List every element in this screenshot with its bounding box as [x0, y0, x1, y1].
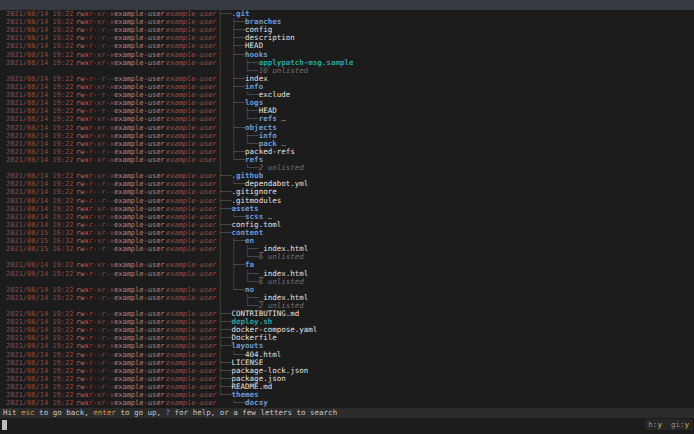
- tree-row[interactable]: 2021/08/14 19:22rw-r--r--example-userexa…: [0, 294, 694, 302]
- tree-node-name[interactable]: LICENSE: [232, 359, 264, 367]
- tree-row[interactable]: 2021/08/14 19:22rwxr-xr-xexample-userexa…: [0, 83, 694, 91]
- tree-node-name[interactable]: objects: [245, 124, 277, 132]
- tree-node-name[interactable]: branches: [245, 18, 281, 26]
- tree-row[interactable]: │ │ └──6 unlisted: [0, 253, 694, 261]
- tree-row[interactable]: 2021/08/14 19:22rwxr-xr-xexample-userexa…: [0, 342, 694, 350]
- tree-row[interactable]: 2021/08/14 19:22rwxr-xr-xexample-userexa…: [0, 399, 694, 407]
- tree-row[interactable]: 2021/08/14 19:22rw-r--r--example-userexa…: [0, 334, 694, 342]
- tree-node-name[interactable]: logs: [245, 99, 263, 107]
- tree-row[interactable]: 2021/08/14 19:22rw-r--r--example-userexa…: [0, 351, 694, 359]
- tree-node-name[interactable]: layouts: [232, 342, 264, 350]
- tree-row[interactable]: 2021/08/15 16:32rw-r--r--example-userexa…: [0, 245, 694, 253]
- tree-node-name[interactable]: description: [245, 34, 295, 42]
- tree-node-name[interactable]: README.md: [232, 383, 273, 391]
- tree-row[interactable]: 2021/08/14 19:22rwxr-xr-xexample-userexa…: [0, 124, 694, 132]
- tree-node-name[interactable]: docsy: [245, 399, 268, 407]
- tree-row[interactable]: 2021/08/15 16:32rwxr-xr-xexample-userexa…: [0, 237, 694, 245]
- tree-node-name[interactable]: packed-refs: [245, 148, 295, 156]
- tree-row[interactable]: 2021/08/14 19:22rwxr-xr-xexample-userexa…: [0, 213, 694, 221]
- tree-row[interactable]: 2021/08/14 19:22rw-r--r--example-userexa…: [0, 197, 694, 205]
- tree-row[interactable]: 2021/08/14 19:22rwxr-xr-xexample-userexa…: [0, 318, 694, 326]
- tree-row[interactable]: 2021/08/14 19:22rw-r--r--example-userexa…: [0, 367, 694, 375]
- tree-node-name[interactable]: package.json: [232, 375, 286, 383]
- tree-row[interactable]: 2021/08/14 19:22rw-r--r--example-userexa…: [0, 180, 694, 188]
- tree-row[interactable]: 2021/08/14 19:22rwxr-xr-xexample-userexa…: [0, 172, 694, 180]
- file-group: example-user: [166, 286, 218, 294]
- file-owner: example-user: [114, 391, 166, 399]
- tree-row[interactable]: 2021/08/14 19:22rw-r--r--example-userexa…: [0, 91, 694, 99]
- tree-row[interactable]: 2021/08/14 19:22rw-r--r--example-userexa…: [0, 42, 694, 50]
- tree-node-name[interactable]: en: [245, 237, 254, 245]
- tree-row[interactable]: 2021/08/14 19:22rwxr-xr-xexample-userexa…: [0, 10, 694, 18]
- tree-node-name[interactable]: deploy.sh: [232, 318, 273, 326]
- tree-node-name[interactable]: content: [232, 229, 264, 237]
- tree-node-name[interactable]: docker-compose.yaml: [232, 326, 318, 334]
- tree-row[interactable]: 2021/08/14 19:22rwxr-xr-xexample-userexa…: [0, 99, 694, 107]
- tree-node-name[interactable]: assets: [232, 205, 259, 213]
- tree-node-name[interactable]: _index.html: [259, 270, 309, 278]
- tree-row[interactable]: 2021/08/14 19:22rwxr-xr-xexample-userexa…: [0, 59, 694, 67]
- tree-row[interactable]: 2021/08/14 19:22rwxr-xr-xexample-userexa…: [0, 391, 694, 399]
- tree-row[interactable]: 2021/08/14 19:22rwxr-xr-xexample-userexa…: [0, 286, 694, 294]
- file-date: 2021/08/14 19:22: [6, 188, 76, 196]
- tree-node-name[interactable]: HEAD: [259, 107, 277, 115]
- tree-node-name[interactable]: no: [245, 286, 254, 294]
- tree-row[interactable]: 2021/08/14 19:22rw-r--r--example-userexa…: [0, 359, 694, 367]
- tree-node-name[interactable]: config: [245, 26, 272, 34]
- tree-row[interactable]: 2021/08/14 19:22rwxr-xr-xexample-userexa…: [0, 51, 694, 59]
- tree-row[interactable]: │ └──2 unlisted: [0, 164, 694, 172]
- tree-node-name[interactable]: pack: [259, 140, 277, 148]
- tree-row[interactable]: 2021/08/14 19:22rwxr-xr-xexample-userexa…: [0, 18, 694, 26]
- tree-node-name[interactable]: scss: [245, 213, 263, 221]
- broot-terminal[interactable]: /home/example-user/docsy-example 2021/08…: [0, 0, 694, 434]
- tree-row[interactable]: 2021/08/14 19:22rw-r--r--example-userexa…: [0, 270, 694, 278]
- tree-row[interactable]: 2021/08/14 19:22rw-r--r--example-userexa…: [0, 107, 694, 115]
- tree-row[interactable]: 2021/08/14 19:22rwxr-xr-xexample-userexa…: [0, 132, 694, 140]
- tree-node-name[interactable]: refs: [245, 156, 263, 164]
- tree-node-name[interactable]: applypatch-msg.sample: [259, 59, 354, 67]
- tree-row[interactable]: 2021/08/14 19:22rwxr-xr-xexample-userexa…: [0, 261, 694, 269]
- tree-node-name[interactable]: package-lock.json: [232, 367, 309, 375]
- tree-row[interactable]: │ │ └──6 unlisted: [0, 278, 694, 286]
- tree-row[interactable]: 2021/08/15 16:32rwxr-xr-xexample-userexa…: [0, 229, 694, 237]
- tree-node-name[interactable]: themes: [232, 391, 259, 399]
- file-group: example-user: [166, 156, 218, 164]
- tree-row[interactable]: 2021/08/14 19:22rw-r--r--example-userexa…: [0, 75, 694, 83]
- tree-node-name[interactable]: info: [259, 132, 277, 140]
- tree-row[interactable]: 2021/08/14 19:22rw-r--r--example-userexa…: [0, 383, 694, 391]
- tree-node-name[interactable]: Dockerfile: [232, 334, 277, 342]
- tree-row[interactable]: 2021/08/14 19:22rw-r--r--example-userexa…: [0, 310, 694, 318]
- tree-row[interactable]: 2021/08/14 19:22rw-r--r--example-userexa…: [0, 375, 694, 383]
- tree-node-name[interactable]: exclude: [259, 91, 291, 99]
- tree-row[interactable]: 2021/08/14 19:22rw-r--r--example-userexa…: [0, 26, 694, 34]
- tree-node-name[interactable]: config.toml: [232, 221, 282, 229]
- tree-node-name[interactable]: .gitmodules: [232, 197, 282, 205]
- file-group: example-user: [166, 124, 218, 132]
- tree-row[interactable]: 2021/08/14 19:22rwxr-xr-xexample-userexa…: [0, 140, 694, 148]
- tree-row[interactable]: 2021/08/14 19:22rw-r--r--example-userexa…: [0, 221, 694, 229]
- tree-node-name[interactable]: _index.html: [259, 245, 309, 253]
- tree-row[interactable]: 2021/08/14 19:22rw-r--r--example-userexa…: [0, 148, 694, 156]
- tree-node-name[interactable]: refs: [259, 115, 277, 123]
- tree-row[interactable]: 2021/08/14 19:22rwxr-xr-xexample-userexa…: [0, 156, 694, 164]
- tree-node-name[interactable]: _index.html: [259, 294, 309, 302]
- tree-node-name[interactable]: info: [245, 83, 263, 91]
- search-input-line[interactable]: h:y gi:y: [0, 418, 694, 434]
- tree-row[interactable]: │ │ └──10 unlisted: [0, 67, 694, 75]
- tree-node-name[interactable]: CONTRIBUTING.md: [232, 310, 300, 318]
- tree-row[interactable]: 2021/08/14 19:22rwxr-xr-xexample-userexa…: [0, 205, 694, 213]
- tree-row[interactable]: 2021/08/14 19:22rw-r--r--example-userexa…: [0, 188, 694, 196]
- tree-node-name[interactable]: dependabot.yml: [245, 180, 308, 188]
- tree-node-name[interactable]: hooks: [245, 51, 268, 59]
- tree-node-name[interactable]: .github: [232, 172, 264, 180]
- tree-row[interactable]: │ └──2 unlisted: [0, 302, 694, 310]
- tree-node-name[interactable]: fa: [245, 261, 254, 269]
- tree-row[interactable]: 2021/08/14 19:22rw-r--r--example-userexa…: [0, 326, 694, 334]
- tree-node-name[interactable]: HEAD: [245, 42, 263, 50]
- tree-node-name[interactable]: .gitignore: [232, 188, 277, 196]
- tree-node-name[interactable]: .git: [232, 10, 250, 18]
- tree-row[interactable]: 2021/08/14 19:22rw-r--r--example-userexa…: [0, 34, 694, 42]
- tree-node-name[interactable]: 404.html: [245, 351, 281, 359]
- tree-row[interactable]: 2021/08/14 19:22rwxr-xr-xexample-userexa…: [0, 115, 694, 123]
- tree-node-name[interactable]: index: [245, 75, 268, 83]
